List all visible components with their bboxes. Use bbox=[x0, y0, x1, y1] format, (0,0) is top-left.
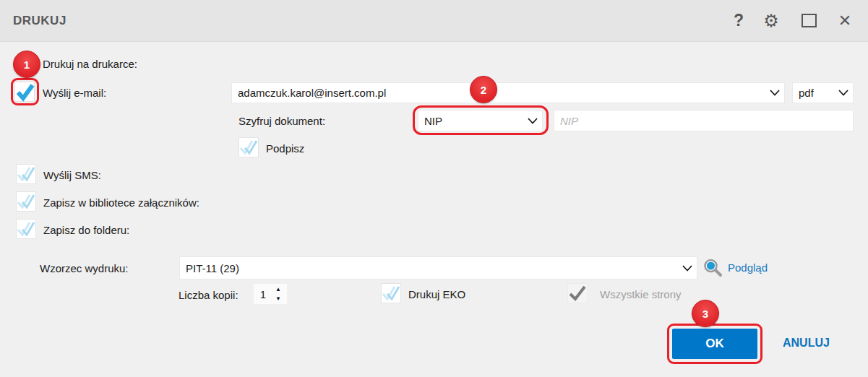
eco-label: Drukuj EKO bbox=[408, 288, 465, 300]
sign-label: Podpisz bbox=[266, 142, 304, 155]
check-icon bbox=[568, 285, 587, 302]
chevron-down-icon bbox=[678, 265, 697, 272]
template-select[interactable]: PIT-11 (29) bbox=[179, 256, 697, 280]
double-check-icon bbox=[17, 193, 35, 210]
annotation-step-1: 1 bbox=[13, 51, 40, 78]
sms-label: Wyślij SMS: bbox=[43, 169, 101, 181]
double-check-icon bbox=[239, 139, 258, 156]
magnifier-icon[interactable] bbox=[702, 258, 723, 278]
email-checkbox[interactable] bbox=[14, 82, 35, 102]
encrypt-value-input[interactable] bbox=[554, 110, 854, 131]
email-combo-chevron-down-icon[interactable] bbox=[765, 82, 785, 103]
encrypt-method-select[interactable]: NIP bbox=[418, 110, 543, 131]
chevron-down-icon bbox=[834, 90, 853, 96]
close-icon[interactable]: ✕ bbox=[833, 0, 857, 41]
attachments-checkbox[interactable] bbox=[16, 191, 36, 212]
double-check-icon bbox=[382, 285, 400, 302]
copies-stepper: ▲ ▼ bbox=[253, 283, 288, 305]
cancel-link[interactable]: ANULUJ bbox=[783, 337, 830, 350]
all-pages-checkbox[interactable] bbox=[567, 283, 588, 303]
email-address-input[interactable] bbox=[231, 82, 785, 103]
copies-label: Liczba kopii: bbox=[179, 289, 239, 301]
sign-checkbox[interactable] bbox=[239, 137, 259, 157]
check-icon bbox=[14, 82, 35, 102]
titlebar: DRUKUJ ? ⚙ ✕ bbox=[0, 0, 868, 42]
all-pages-label: Wszystkie strony bbox=[600, 288, 682, 300]
attachments-label: Zapisz w bibliotece załączników: bbox=[43, 196, 199, 209]
dialog-title: DRUKUJ bbox=[13, 0, 66, 41]
annotation-step-3: 3 bbox=[692, 300, 719, 327]
stepper-down-icon[interactable]: ▼ bbox=[272, 294, 284, 303]
double-check-icon bbox=[17, 220, 35, 238]
annotation-step-2: 2 bbox=[470, 76, 497, 103]
preview-link[interactable]: Podgląd bbox=[728, 261, 768, 274]
encrypt-method-value: NIP bbox=[418, 115, 523, 127]
email-format-select[interactable]: pdf bbox=[792, 82, 854, 103]
help-icon[interactable]: ? bbox=[726, 0, 751, 41]
print-dialog: DRUKUJ ? ⚙ ✕ 1 Drukuj na drukarce: Wyśli… bbox=[0, 0, 868, 377]
folder-checkbox[interactable] bbox=[16, 219, 36, 239]
copies-input[interactable] bbox=[254, 288, 272, 300]
maximize-icon[interactable] bbox=[796, 0, 821, 41]
sms-checkbox[interactable] bbox=[16, 164, 36, 184]
eco-checkbox[interactable] bbox=[381, 283, 401, 303]
ok-button[interactable]: OK bbox=[672, 329, 757, 359]
chevron-down-icon bbox=[523, 118, 542, 124]
folder-label: Zapisz do folderu: bbox=[43, 224, 129, 236]
encrypt-label: Szyfruj dokument: bbox=[239, 115, 325, 127]
stepper-up-icon[interactable]: ▲ bbox=[272, 285, 284, 294]
email-label: Wyślij e-mail: bbox=[43, 87, 106, 99]
template-value: PIT-11 (29) bbox=[180, 262, 678, 274]
gear-icon[interactable]: ⚙ bbox=[759, 0, 783, 41]
email-format-value: pdf bbox=[793, 87, 834, 99]
template-label: Wzorzec wydruku: bbox=[40, 262, 129, 274]
print-label: Drukuj na drukarce: bbox=[43, 58, 137, 70]
double-check-icon bbox=[17, 165, 35, 183]
